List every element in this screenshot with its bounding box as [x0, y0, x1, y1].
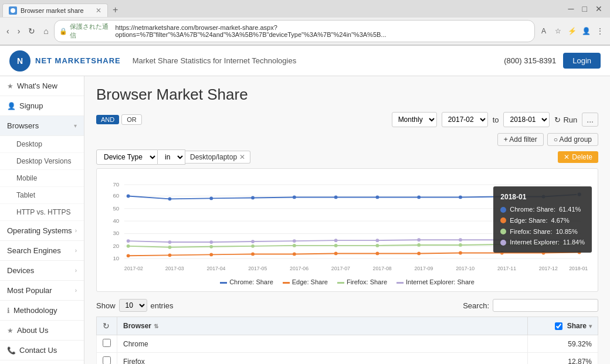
svg-point-64 [168, 253, 172, 257]
chevron-right-icon: › [75, 227, 77, 234]
table-row: Firefox 12.87% [97, 353, 598, 365]
th-share[interactable]: Share ▾ [528, 317, 598, 335]
toolbar-icons: A ☆ ⚡ 👤 ⋮ [537, 25, 606, 38]
phone-number: (800) 315-8391 [504, 56, 556, 65]
to-label: to [493, 115, 499, 124]
tab-bar: Browser market share ✕ + ─ □ ✕ [0, 0, 610, 18]
browser-tab[interactable]: Browser market share ✕ [2, 4, 108, 17]
svg-point-29 [209, 196, 213, 200]
tab-title: Browser market share [21, 7, 91, 14]
refresh-button[interactable]: ↻ [25, 25, 38, 37]
home-button[interactable]: ⌂ [40, 25, 51, 37]
header-subtitle: Market Share Statistics for Internet Tec… [133, 56, 296, 65]
sidebar-item-desktop-versions[interactable]: Desktop Versions [0, 153, 84, 170]
sidebar-item-methodology[interactable]: ℹMethodology [0, 301, 84, 321]
share-column-checkbox[interactable] [555, 322, 562, 330]
extension-button[interactable]: ⚡ [565, 25, 578, 38]
delete-filter-button[interactable]: ✕ Delete [558, 151, 598, 163]
sidebar-item-http-vs-https[interactable]: HTTP vs. HTTPS [0, 204, 84, 221]
sidebar-item-mobile[interactable]: Mobile [0, 170, 84, 187]
sidebar-item-operating-systems[interactable]: Operating Systems › [0, 221, 84, 241]
sort-icon: ⇅ [154, 323, 158, 329]
sidebar-item-devices[interactable]: Devices › [0, 261, 84, 281]
firefox-legend-color [337, 282, 344, 284]
chrome-label: Chrome: Share: [510, 204, 555, 215]
share-cell: 59.32% [528, 335, 598, 353]
sidebar-item-signup[interactable]: 👤Signup [0, 96, 84, 116]
and-button[interactable]: AND [96, 115, 119, 124]
browser-chrome: Browser market share ✕ + ─ □ ✕ ‹ › ↻ ⌂ 🔒… [0, 0, 610, 46]
sidebar-item-browsers[interactable]: Browsers ▾ [0, 116, 84, 136]
svg-point-51 [127, 239, 130, 243]
settings-button[interactable]: ⋮ [594, 25, 606, 38]
sidebar-item-about-us[interactable]: ★About Us [0, 321, 84, 341]
sidebar-item-whats-new[interactable]: ★What's New [0, 76, 84, 96]
period-to-select[interactable]: 2018-01 [503, 112, 550, 127]
filter-op-select[interactable]: in [158, 149, 185, 165]
svg-point-39 [127, 244, 130, 248]
svg-text:2017-07: 2017-07 [331, 266, 350, 271]
refresh-table-button[interactable]: ↻ [103, 321, 110, 331]
star-icon: ★ [7, 326, 13, 335]
app-header: N NET MARKETSHARE Market Share Statistic… [0, 46, 610, 76]
svg-text:40: 40 [113, 217, 119, 224]
ie-dot [500, 240, 506, 246]
search-input[interactable] [493, 299, 598, 312]
reader-mode-button[interactable]: A [537, 25, 550, 38]
add-filter-button[interactable]: + Add filter [497, 133, 544, 146]
row-checkbox[interactable] [103, 339, 111, 347]
forward-button[interactable]: › [15, 25, 23, 37]
period-type-select[interactable]: Monthly [392, 112, 437, 127]
svg-point-52 [168, 240, 172, 244]
sidebar-item-contact-us[interactable]: 📞Contact Us [0, 341, 84, 360]
svg-point-43 [293, 244, 296, 247]
new-tab-button[interactable]: + [108, 2, 123, 18]
more-options-button[interactable]: ... [582, 113, 598, 127]
minimize-button[interactable]: ─ [565, 3, 577, 15]
close-window-button[interactable]: ✕ [592, 3, 605, 15]
user-icon: 👤 [7, 102, 16, 110]
profile-button[interactable]: 👤 [580, 25, 592, 38]
back-button[interactable]: ‹ [4, 25, 12, 37]
sidebar-item-developers[interactable]: </>Developers › [0, 360, 84, 364]
table-row: Chrome 59.32% [97, 335, 598, 353]
bookmark-button[interactable]: ☆ [551, 25, 564, 38]
period-from-select[interactable]: 2017-02 [442, 112, 488, 127]
svg-point-44 [334, 244, 338, 247]
filter-tag-row: Device Type in Desktop/laptop ✕ ✕ Delete [96, 149, 598, 165]
or-button[interactable]: OR [121, 114, 142, 125]
filter-field-select[interactable]: Device Type [96, 149, 158, 165]
ie-legend-color [396, 282, 404, 284]
svg-point-34 [417, 196, 421, 199]
tooltip-row-chrome: Chrome: Share: 61.41% [500, 204, 585, 215]
svg-point-66 [251, 253, 255, 256]
url-text: https://netmarketshare.com/browser-marke… [115, 24, 530, 38]
tab-close-button[interactable]: ✕ [96, 6, 101, 15]
firefox-value: 10.85% [555, 226, 577, 237]
edge-legend-color [283, 282, 290, 284]
refresh-icon: ↻ [554, 115, 561, 124]
sidebar-item-desktop[interactable]: Desktop [0, 136, 84, 153]
sidebar: ★What's New 👤Signup Browsers ▾ Desktop D… [0, 76, 84, 364]
browser-toolbar: ‹ › ↻ ⌂ 🔒 保護された通信 https://netmarketshare… [0, 18, 610, 45]
svg-point-71 [459, 251, 462, 255]
sidebar-item-tablet[interactable]: Tablet [0, 187, 84, 204]
firefox-dot [500, 229, 506, 234]
row-checkbox[interactable] [103, 356, 111, 364]
login-button[interactable]: Login [563, 53, 601, 69]
maximize-button[interactable]: □ [580, 3, 590, 15]
svg-text:30: 30 [113, 230, 119, 236]
svg-point-57 [375, 239, 379, 242]
svg-point-27 [127, 195, 130, 198]
add-group-button[interactable]: ○ Add group [547, 133, 598, 146]
filter-remove-button[interactable]: ✕ [239, 153, 245, 161]
sidebar-item-most-popular[interactable]: Most Popular › [0, 281, 84, 301]
address-bar[interactable]: 🔒 保護された通信 https://netmarketshare.com/bro… [54, 20, 535, 42]
chrome-value: 61.41% [559, 204, 581, 215]
main-content: Browser Market Share AND OR Monthly 2017… [84, 76, 610, 364]
run-button[interactable]: ↻ Run [554, 115, 577, 124]
sidebar-item-search-engines[interactable]: Search Engines › [0, 241, 84, 261]
th-browser: Browser ⇅ [117, 317, 528, 335]
lock-icon: 🔒 [59, 28, 67, 35]
entries-select[interactable]: 10 [119, 299, 147, 312]
